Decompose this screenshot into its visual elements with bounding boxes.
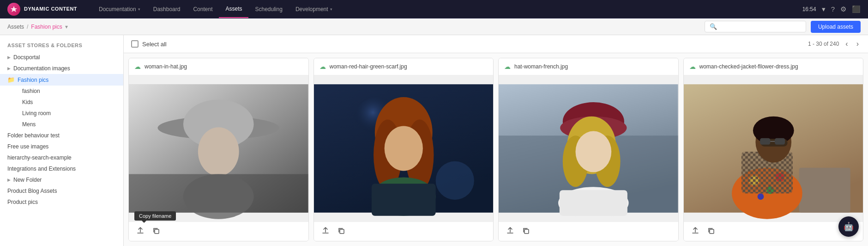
documentation-chevron-icon: ▾ xyxy=(138,7,140,12)
brand-logo xyxy=(7,3,20,16)
card-image-1 xyxy=(314,75,494,221)
svg-rect-18 xyxy=(340,229,344,234)
breadcrumb-assets[interactable]: Assets xyxy=(7,24,24,30)
sidebar-integrations-label: Integrations and Extensions xyxy=(7,166,76,172)
sidebar-item-docsportal[interactable]: ▶ Docsportal xyxy=(0,52,123,63)
next-page-button[interactable]: › xyxy=(855,39,861,49)
card-image-0 xyxy=(129,75,308,221)
card-copy-button-1[interactable] xyxy=(335,226,347,237)
svg-rect-33 xyxy=(799,168,850,213)
sidebar-mens-label: Mens xyxy=(22,121,36,128)
content-toolbar: Select all 1 - 30 of 240 ‹ › xyxy=(124,35,868,53)
sidebar: Asset stores & folders ▶ Docsportal ▶ Do… xyxy=(0,35,124,246)
pagination-info: 1 - 30 of 240 ‹ › xyxy=(808,39,861,49)
svg-point-15 xyxy=(384,126,422,171)
card-copy-button-2[interactable] xyxy=(520,226,532,237)
nav-settings-icon[interactable]: ⚙ xyxy=(840,5,846,13)
sidebar-docsportal-label: Docsportal xyxy=(13,54,40,61)
sidebar-item-integrations[interactable]: Integrations and Extensions xyxy=(0,163,123,174)
card-filename-3: woman-checked-jacket-fllower-dress.jpg xyxy=(699,63,798,70)
chat-bot-bubble[interactable]: 🤖 xyxy=(838,216,859,237)
cloud-icon-2: ☁ xyxy=(504,63,511,70)
card-upload-button-2[interactable] xyxy=(504,226,516,237)
asset-card-1: ☁ woman-red-hair-green-scarf.jpg xyxy=(313,58,494,241)
card-header-1: ☁ woman-red-hair-green-scarf.jpg xyxy=(314,58,494,75)
sub-header-right: 🔍 Upload assets xyxy=(705,21,861,33)
svg-rect-17 xyxy=(371,184,435,215)
sidebar-item-living-room[interactable]: Living room xyxy=(15,108,123,119)
nav-scheduling[interactable]: Scheduling xyxy=(248,0,289,18)
sidebar-doc-images-label: Documentation images xyxy=(13,65,70,72)
search-input[interactable] xyxy=(720,24,801,30)
card-filename-1: woman-red-hair-green-scarf.jpg xyxy=(330,63,407,70)
nav-content[interactable]: Content xyxy=(187,0,219,18)
nav-development[interactable]: Development ▾ xyxy=(289,0,339,18)
chat-bot-icon: 🤖 xyxy=(844,221,854,232)
breadcrumb-separator: / xyxy=(27,24,28,30)
sidebar-item-free-use[interactable]: Free use images xyxy=(0,141,123,152)
sidebar-item-mens[interactable]: Mens xyxy=(15,119,123,130)
card-image-svg-2 xyxy=(499,75,678,221)
upload-icon-0 xyxy=(137,227,144,234)
nav-documentation[interactable]: Documentation ▾ xyxy=(92,0,147,18)
sidebar-item-hierarchy-search[interactable]: hierarchy-search-example xyxy=(0,152,123,163)
new-folder-chevron-icon: ▶ xyxy=(7,178,11,182)
sidebar-free-use-label: Free use images xyxy=(7,143,48,150)
nav-right: 16:54 ▾ ? ⚙ ⬛ xyxy=(802,5,868,13)
card-upload-button-1[interactable] xyxy=(319,226,332,237)
sidebar-item-new-folder[interactable]: ▶ New Folder xyxy=(0,174,123,185)
card-header-0: ☁ woman-in-hat.jpg xyxy=(129,58,308,75)
sidebar-item-fashion[interactable]: fashion xyxy=(15,86,123,97)
sidebar-item-kids[interactable]: Kids xyxy=(15,97,123,108)
svg-rect-28 xyxy=(560,190,627,216)
card-upload-button-3[interactable] xyxy=(689,226,701,237)
top-nav: DYNAMIC CONTENT Documentation ▾ Dashboar… xyxy=(0,0,868,18)
pagination-text: 1 - 30 of 240 xyxy=(808,41,839,47)
docsportal-chevron-icon: ▶ xyxy=(7,55,11,60)
sidebar-item-product-blog-assets[interactable]: Product Blog Assets xyxy=(0,185,123,197)
search-box: 🔍 xyxy=(705,21,806,32)
sidebar-product-blog-label: Product Blog Assets xyxy=(7,188,57,194)
nav-time: 16:54 xyxy=(802,6,816,12)
nav-dashboard[interactable]: Dashboard xyxy=(147,0,187,18)
upload-icon-1 xyxy=(322,227,329,234)
nav-grid-icon[interactable]: ⬛ xyxy=(852,5,861,13)
upload-assets-button[interactable]: Upload assets xyxy=(811,21,861,33)
select-all-checkbox[interactable] xyxy=(131,40,139,48)
svg-rect-29 xyxy=(524,229,529,234)
main-layout: Asset stores & folders ▶ Docsportal ▶ Do… xyxy=(0,35,868,246)
svg-rect-47 xyxy=(710,229,714,234)
upload-icon-2 xyxy=(506,227,514,234)
nav-chevron-icon[interactable]: ▾ xyxy=(822,5,826,13)
sidebar-item-product-pics[interactable]: Product pics xyxy=(0,197,123,208)
card-image-3 xyxy=(684,75,863,221)
select-all-label[interactable]: Select all xyxy=(142,41,167,48)
copy-icon-2 xyxy=(522,227,530,234)
card-copy-button-3[interactable] xyxy=(705,226,717,237)
sidebar-item-fashion-pics[interactable]: 📁 Fashion pics xyxy=(0,74,123,86)
nav-assets[interactable]: Assets xyxy=(219,0,248,18)
copy-filename-tooltip-0: Copy filename xyxy=(134,211,176,221)
breadcrumb-fashion-pics[interactable]: Fashion pics xyxy=(31,24,62,30)
brand-name: DYNAMIC CONTENT xyxy=(24,6,77,12)
nav-items: Documentation ▾ Dashboard Content Assets… xyxy=(92,0,802,18)
sidebar-item-folder-behaviour[interactable]: Folder behaviour test xyxy=(0,130,123,141)
prev-page-button[interactable]: ‹ xyxy=(844,39,850,49)
svg-point-11 xyxy=(435,161,474,200)
nav-help-icon[interactable]: ? xyxy=(831,5,835,13)
asset-card-3: ☁ woman-checked-jacket-fllower-dress.jpg xyxy=(683,58,864,241)
svg-point-26 xyxy=(576,131,612,172)
card-header-2: ☁ hat-woman-french.jpg xyxy=(499,58,678,75)
upload-icon-3 xyxy=(692,227,699,234)
svg-marker-0 xyxy=(11,6,17,12)
card-copy-button-0[interactable] xyxy=(150,226,162,237)
sidebar-hierarchy-search-label: hierarchy-search-example xyxy=(7,154,72,161)
svg-rect-7 xyxy=(129,174,308,213)
svg-point-38 xyxy=(757,193,764,200)
content-area: Select all 1 - 30 of 240 ‹ › ☁ woman-in-… xyxy=(124,35,868,246)
card-upload-button-0[interactable] xyxy=(134,226,146,237)
breadcrumb-dropdown-icon: ▾ xyxy=(65,24,68,30)
sidebar-item-documentation-images[interactable]: ▶ Documentation images xyxy=(0,63,123,74)
sidebar-folder-behaviour-label: Folder behaviour test xyxy=(7,132,60,139)
doc-images-chevron-icon: ▶ xyxy=(7,66,11,71)
